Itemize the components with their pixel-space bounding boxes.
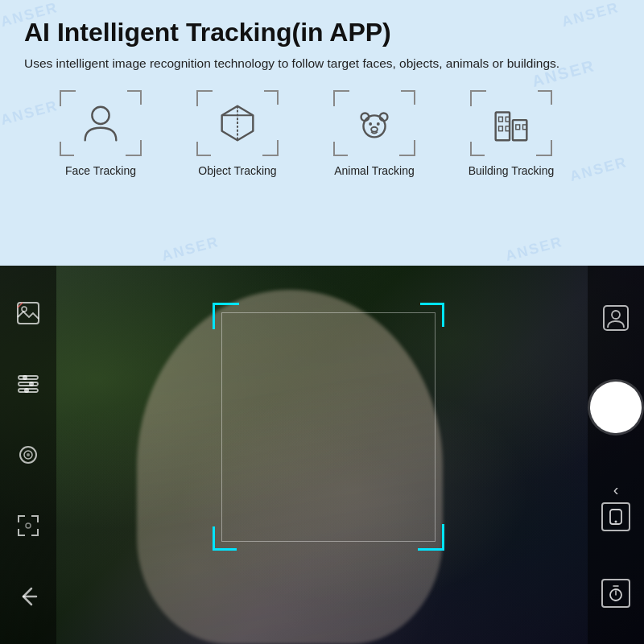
face-track-toggle-icon[interactable]	[600, 302, 632, 334]
svg-point-24	[23, 375, 27, 380]
svg-rect-14	[499, 126, 503, 131]
face-tracking-icon	[77, 100, 124, 147]
settings-icon[interactable]	[12, 368, 44, 400]
svg-rect-13	[506, 117, 510, 122]
svg-point-30	[26, 523, 31, 528]
svg-rect-17	[523, 125, 527, 130]
tracking-item-face: Face Tracking	[32, 87, 169, 177]
subtitle-text: Uses intelligent image recognition techn…	[24, 54, 572, 72]
face-tracking-label: Face Tracking	[65, 164, 136, 177]
svg-rect-22	[19, 382, 38, 386]
gallery-svg	[16, 301, 40, 325]
object-icon-box	[193, 87, 282, 159]
face-track-svg	[601, 303, 630, 332]
corner-bl	[60, 142, 74, 156]
watermark: ANSER	[504, 233, 565, 265]
svg-point-7	[369, 122, 372, 126]
svg-rect-11	[513, 120, 526, 140]
corner-tr	[538, 90, 552, 105]
svg-point-25	[29, 382, 34, 386]
building-tracking-label: Building Tracking	[469, 164, 555, 177]
corner-bl	[470, 142, 485, 156]
object-tracking-label: Object Tracking	[198, 164, 276, 177]
face-icon-box	[56, 87, 145, 159]
svg-point-8	[377, 122, 380, 126]
phone-icon[interactable]	[601, 502, 630, 531]
svg-rect-12	[499, 117, 503, 122]
svg-point-29	[27, 453, 30, 456]
tracking-item-building: Building Tracking	[443, 87, 580, 177]
tracking-item-animal: Animal Tracking	[306, 87, 443, 177]
camera-svg	[15, 442, 41, 468]
building-icon-box	[467, 87, 555, 159]
phone-svg	[607, 508, 625, 526]
shutter-button[interactable]	[590, 382, 642, 433]
svg-rect-15	[506, 126, 510, 131]
corner-bl	[333, 142, 348, 156]
left-sidebar	[0, 266, 56, 644]
focus-svg	[15, 513, 41, 539]
building-tracking-icon	[488, 100, 535, 147]
svg-point-9	[371, 127, 378, 132]
svg-point-33	[612, 311, 620, 319]
svg-point-0	[92, 107, 109, 124]
tracking-item-object: Object Tracking	[169, 87, 306, 177]
corner-tr	[127, 90, 142, 105]
camera-icon[interactable]	[12, 439, 44, 471]
svg-point-26	[24, 388, 29, 393]
object-tracking-icon	[214, 100, 261, 147]
tracking-icons-row: Face Tracking Object Tracking	[32, 87, 620, 177]
watermark: ANSER	[160, 233, 221, 265]
corner-bl	[196, 142, 211, 156]
phone-group: ‹	[601, 481, 630, 531]
timer-svg	[607, 584, 625, 602]
camera-view: ‹	[0, 266, 644, 644]
corner-tr	[264, 90, 279, 105]
page-title: AI Intelligent Tracking(in APP)	[24, 18, 620, 47]
svg-rect-16	[516, 125, 520, 130]
animal-icon-box	[330, 87, 419, 159]
svg-point-19	[22, 307, 27, 312]
back-icon[interactable]	[12, 580, 44, 613]
top-section: ANSER ANSER ANSER ANSER ANSER ANSER ANSE…	[0, 0, 644, 266]
settings-svg	[15, 371, 41, 397]
svg-point-35	[615, 521, 617, 523]
chevron-icon[interactable]: ‹	[613, 481, 619, 499]
svg-rect-21	[19, 376, 38, 379]
right-sidebar: ‹	[588, 266, 644, 644]
corner-tr	[401, 90, 415, 105]
focus-icon[interactable]	[12, 510, 44, 542]
back-svg	[15, 584, 41, 609]
subject-person	[137, 290, 443, 644]
timer-icon[interactable]	[601, 579, 630, 608]
shutter-circle[interactable]	[590, 382, 642, 433]
animal-tracking-icon	[351, 100, 398, 147]
gallery-icon[interactable]	[12, 297, 44, 329]
animal-tracking-label: Animal Tracking	[334, 164, 415, 177]
